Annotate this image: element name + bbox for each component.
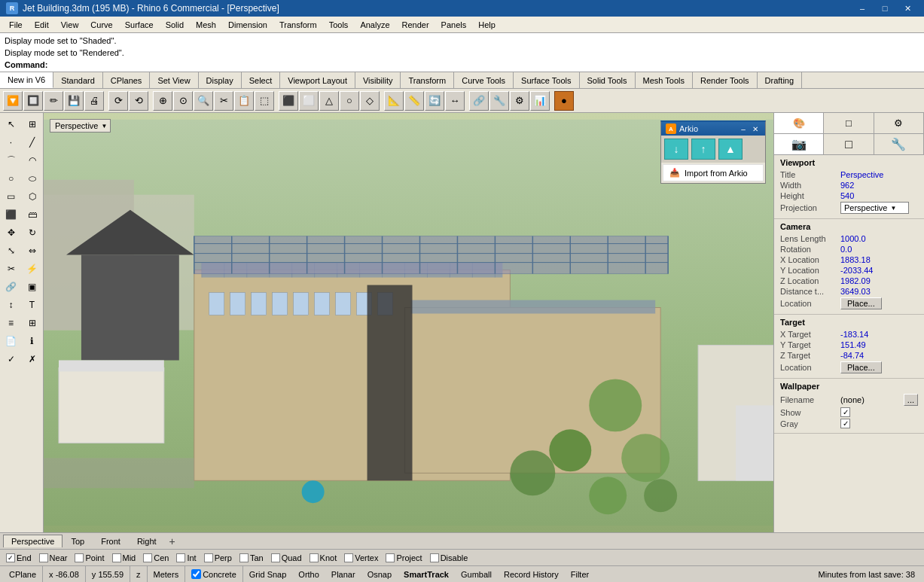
toolbar-icon-5[interactable]: 🖨	[84, 91, 104, 111]
toolbar-tab-set-view[interactable]: Set View	[150, 72, 198, 88]
snap-vertex-check[interactable]	[344, 553, 353, 562]
menu-solid[interactable]: Solid	[160, 17, 190, 33]
menu-surface[interactable]: Surface	[119, 17, 160, 33]
toolbar-icon-26[interactable]: 📊	[530, 91, 550, 111]
menu-analyze[interactable]: Analyze	[354, 17, 395, 33]
minimize-button[interactable]: –	[852, 1, 873, 16]
lt-prop-icon[interactable]: ℹ	[23, 333, 42, 349]
snap-tan-check[interactable]	[239, 553, 249, 562]
lt-dim-icon[interactable]: ↕	[2, 297, 21, 313]
filename-browse-button[interactable]: ...	[904, 394, 918, 406]
grid-snap-button[interactable]: Grid Snap	[243, 566, 293, 582]
toolbar-tab-curve-tools[interactable]: Curve Tools	[454, 72, 514, 88]
snap-perp-check[interactable]	[204, 553, 213, 562]
snap-quad-check[interactable]	[271, 553, 280, 562]
toolbar-tab-render-tools[interactable]: Render Tools	[693, 72, 758, 88]
toolbar-icon-4[interactable]: 💾	[64, 91, 84, 111]
ytarget-value[interactable]: 151.49	[840, 340, 866, 349]
lt-mirror-icon[interactable]: ⇔	[23, 242, 42, 259]
snap-mid-check[interactable]	[112, 553, 121, 562]
rp-tab-settings[interactable]: ⚙	[874, 113, 924, 133]
toolbar-icon-15[interactable]: ⬜	[299, 91, 319, 111]
snap-quad[interactable]: Quad	[268, 553, 305, 562]
menu-tools[interactable]: Tools	[323, 17, 355, 33]
menu-dimension[interactable]: Dimension	[222, 17, 273, 33]
toolbar-tab-display[interactable]: Display	[199, 72, 242, 88]
menu-render[interactable]: Render	[396, 17, 435, 33]
show-checkbox[interactable]: ✓	[840, 407, 850, 417]
lt-rotate-icon[interactable]: ↻	[23, 224, 42, 241]
rp-tab-camera[interactable]: 📷	[774, 134, 824, 154]
snap-end[interactable]: ✓ End	[3, 553, 35, 562]
arkio-export-button[interactable]: ▲	[718, 139, 743, 160]
lt-box-icon[interactable]: 🗃	[23, 206, 42, 223]
toolbar-tab-drafting[interactable]: Drafting	[758, 72, 803, 88]
vp-tab-perspective[interactable]: Perspective	[3, 535, 63, 547]
toolbar-icon-3[interactable]: ✏	[44, 91, 63, 111]
snap-vertex[interactable]: Vertex	[341, 553, 381, 562]
toolbar-tab-select[interactable]: Select	[242, 72, 281, 88]
toolbar-tab-transform[interactable]: Transform	[401, 72, 454, 88]
menu-help[interactable]: Help	[472, 17, 502, 33]
menu-transform[interactable]: Transform	[273, 17, 323, 33]
zlocation-value[interactable]: 1982.09	[840, 276, 871, 285]
vp-tab-front[interactable]: Front	[93, 535, 129, 547]
lt-scale-icon[interactable]: ⤡	[2, 242, 21, 259]
toolbar-icon-21[interactable]: 🔄	[425, 91, 444, 111]
toolbar-tab-new-in-v6[interactable]: New in V6	[0, 72, 53, 88]
lens-value[interactable]: 1000.0	[840, 234, 866, 243]
lt-check-icon[interactable]: ✓	[2, 351, 21, 367]
maximize-button[interactable]: □	[874, 1, 895, 16]
close-button[interactable]: ✕	[897, 1, 918, 16]
toolbar-icon-8[interactable]: ⊕	[153, 91, 172, 111]
snap-mid[interactable]: Mid	[109, 553, 139, 562]
projection-select[interactable]: Perspective ▼	[840, 202, 909, 214]
arkio-import-item[interactable]: 📥 Import from Arkio	[663, 164, 764, 181]
material-checkbox[interactable]	[191, 569, 201, 579]
title-value[interactable]: Perspective	[840, 170, 883, 179]
gumball-button[interactable]: Gumball	[455, 566, 498, 582]
ztarget-value[interactable]: -84.74	[840, 351, 864, 360]
lt-ellipse-icon[interactable]: ⬭	[23, 170, 42, 187]
snap-int-check[interactable]	[176, 553, 185, 562]
snap-near[interactable]: Near	[36, 553, 71, 562]
snap-project-check[interactable]	[386, 553, 395, 562]
viewport-area[interactable]: Perspective A Arkio – ✕ ↓	[44, 113, 773, 532]
toolbar-icon-1[interactable]: 🔽	[3, 91, 23, 111]
snap-perp[interactable]: Perp	[201, 553, 235, 562]
rp-tab-display[interactable]: □	[824, 113, 874, 133]
menu-curve[interactable]: Curve	[84, 17, 118, 33]
arkio-download-button[interactable]: ↓	[664, 139, 688, 160]
toolbar-tab-standard[interactable]: Standard	[53, 72, 103, 88]
toolbar-icon-12[interactable]: 📋	[234, 91, 254, 111]
planar-button[interactable]: Planar	[325, 566, 361, 582]
lt-arc-icon[interactable]: ◠	[23, 152, 42, 169]
menu-view[interactable]: View	[55, 17, 85, 33]
toolbar-icon-17[interactable]: ○	[340, 91, 359, 111]
toolbar-icon-11[interactable]: ✂	[214, 91, 233, 111]
toolbar-tab-visibility[interactable]: Visibility	[355, 72, 401, 88]
toolbar-icon-23[interactable]: 🔗	[469, 91, 489, 111]
osnap-button[interactable]: Osnap	[361, 566, 398, 582]
lt-text-icon[interactable]: T	[23, 297, 42, 313]
arkio-upload-button[interactable]: ↑	[691, 139, 715, 160]
lt-layer-icon[interactable]: 📄	[2, 333, 21, 349]
width-value[interactable]: 962	[840, 181, 854, 190]
record-history-button[interactable]: Record History	[498, 566, 565, 582]
rp-tab-viewport2[interactable]: □	[824, 134, 874, 154]
toolbar-tab-solid-tools[interactable]: Solid Tools	[580, 72, 636, 88]
command-input[interactable]	[50, 60, 427, 69]
toolbar-icon-14[interactable]: ⬛	[279, 91, 298, 111]
menu-file[interactable]: File	[3, 17, 29, 33]
snap-end-check[interactable]: ✓	[6, 553, 15, 562]
xtarget-value[interactable]: -183.14	[840, 330, 868, 339]
snap-point[interactable]: Point	[72, 553, 107, 562]
snap-disable-check[interactable]	[430, 553, 439, 562]
snap-near-check[interactable]	[39, 553, 48, 562]
toolbar-icon-20[interactable]: 📏	[404, 91, 424, 111]
gray-checkbox[interactable]: ✓	[840, 419, 850, 428]
toolbar-icon-13[interactable]: ⬚	[255, 91, 274, 111]
snap-knot-check[interactable]	[310, 553, 319, 562]
toolbar-icon-18[interactable]: ◇	[360, 91, 380, 111]
snap-disable[interactable]: Disable	[427, 553, 471, 562]
